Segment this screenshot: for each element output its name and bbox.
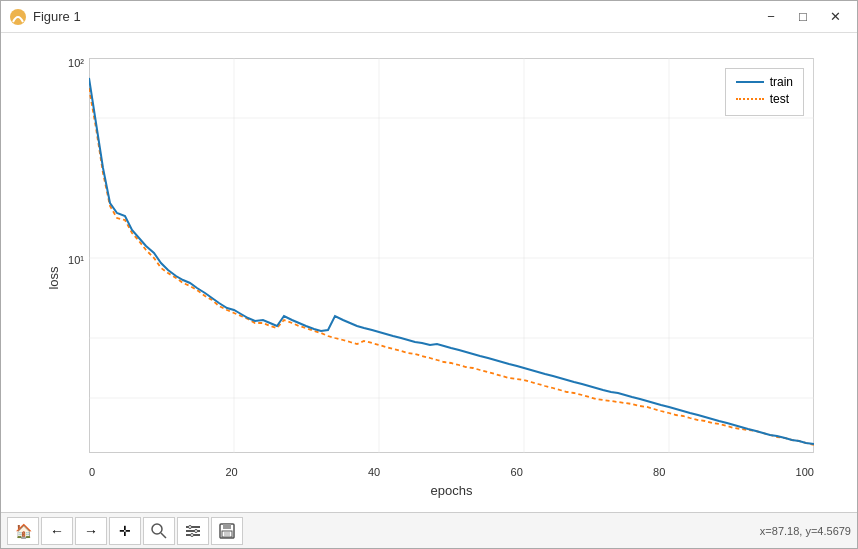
pan-button[interactable]: ✛ bbox=[109, 517, 141, 545]
forward-button[interactable]: → bbox=[75, 517, 107, 545]
svg-rect-21 bbox=[224, 532, 230, 536]
save-button[interactable] bbox=[211, 517, 243, 545]
minimize-button[interactable]: − bbox=[757, 6, 785, 28]
x-tick-60: 60 bbox=[511, 466, 523, 478]
svg-point-15 bbox=[189, 525, 192, 528]
window-controls: − □ ✕ bbox=[757, 6, 849, 28]
titlebar: Figure 1 − □ ✕ bbox=[1, 1, 857, 33]
svg-line-11 bbox=[161, 533, 166, 538]
train-line bbox=[89, 78, 814, 444]
x-axis-label: epochs bbox=[89, 483, 814, 498]
legend-test-line bbox=[736, 98, 764, 100]
legend-test-label: test bbox=[770, 92, 789, 106]
legend: train test bbox=[725, 68, 804, 116]
chart-svg bbox=[89, 58, 814, 453]
plot-area: loss epochs 10² 10¹ bbox=[1, 33, 857, 512]
y-axis-ticks: 10² 10¹ bbox=[34, 58, 89, 453]
settings-button[interactable] bbox=[177, 517, 209, 545]
legend-test: test bbox=[736, 92, 793, 106]
svg-point-10 bbox=[152, 524, 162, 534]
x-tick-100: 100 bbox=[796, 466, 814, 478]
zoom-button[interactable] bbox=[143, 517, 175, 545]
settings-icon bbox=[185, 523, 201, 539]
svg-rect-19 bbox=[223, 524, 231, 529]
x-tick-40: 40 bbox=[368, 466, 380, 478]
x-tick-0: 0 bbox=[89, 466, 95, 478]
legend-train-line bbox=[736, 81, 764, 83]
zoom-icon bbox=[151, 523, 167, 539]
x-tick-20: 20 bbox=[225, 466, 237, 478]
legend-train: train bbox=[736, 75, 793, 89]
toolbar: 🏠 ← → ✛ bbox=[1, 512, 857, 548]
window-title: Figure 1 bbox=[33, 9, 757, 24]
svg-point-16 bbox=[195, 529, 198, 532]
test-line bbox=[89, 88, 814, 445]
home-button[interactable]: 🏠 bbox=[7, 517, 39, 545]
y-tick-3: 10¹ bbox=[68, 255, 84, 266]
svg-point-17 bbox=[191, 533, 194, 536]
save-icon bbox=[219, 523, 235, 539]
close-button[interactable]: ✕ bbox=[821, 6, 849, 28]
chart-container: loss epochs 10² 10¹ bbox=[34, 48, 824, 508]
x-tick-80: 80 bbox=[653, 466, 665, 478]
status-text: x=87.18, y=4.5679 bbox=[760, 525, 851, 537]
legend-train-label: train bbox=[770, 75, 793, 89]
main-window: Figure 1 − □ ✕ loss epochs 10² 10¹ bbox=[0, 0, 858, 549]
app-icon bbox=[9, 8, 27, 26]
maximize-button[interactable]: □ bbox=[789, 6, 817, 28]
x-axis-ticks: 0 20 40 60 80 100 bbox=[89, 466, 814, 478]
back-button[interactable]: ← bbox=[41, 517, 73, 545]
y-tick-1: 10² bbox=[68, 58, 84, 69]
